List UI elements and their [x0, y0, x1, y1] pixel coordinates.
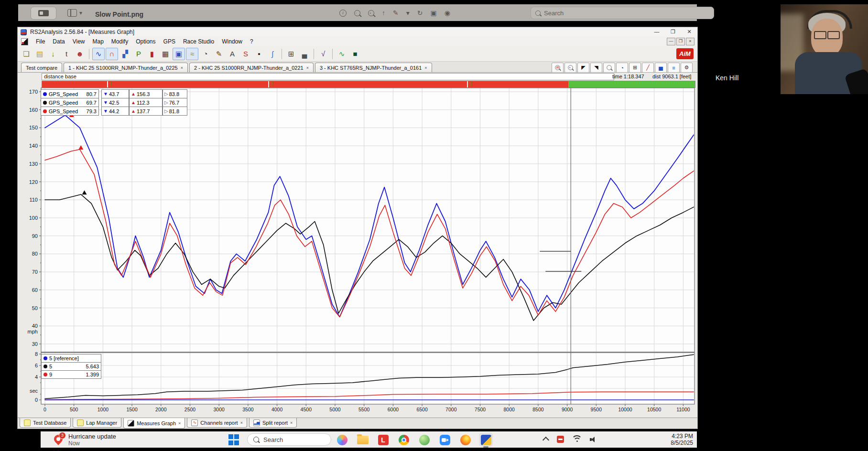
print-icon[interactable]: ▄	[298, 48, 311, 60]
time-gauge-icon[interactable]: ◔	[199, 48, 212, 60]
ps-analysis-icon[interactable]: P	[132, 48, 145, 60]
legend-channel-cell[interactable]: GPS_Speed80.7	[41, 89, 99, 98]
search-field[interactable]: Search	[531, 7, 714, 19]
minimize-button[interactable]: —	[649, 27, 665, 37]
test-type-icon[interactable]: t	[60, 48, 73, 60]
workspace-tab-lap-manager[interactable]: Lap Manager	[73, 418, 121, 428]
zoom-app-icon[interactable]	[438, 433, 452, 447]
device-icon[interactable]: ▪	[253, 48, 265, 60]
tab-close-icon[interactable]: ×	[306, 65, 309, 70]
maximize-button[interactable]: ❐	[665, 27, 681, 37]
mdi-close-button[interactable]: ×	[686, 38, 694, 45]
workspace-tab-split-report[interactable]: ▂▅Split report×	[249, 418, 297, 428]
legend-channel-cell[interactable]: GPS_Speed69.7	[41, 98, 99, 107]
tray-expand-icon[interactable]	[542, 437, 549, 443]
menu-?[interactable]: ?	[246, 37, 257, 46]
pen-tool-icon[interactable]: ✎	[213, 48, 225, 60]
menu-options[interactable]: Options	[132, 37, 159, 46]
menu-window[interactable]: Window	[218, 37, 246, 46]
start-button[interactable]	[228, 434, 239, 445]
crop-icon[interactable]: ▣	[431, 7, 437, 19]
volume-icon[interactable]	[590, 437, 597, 442]
signal-icon[interactable]: ∿	[336, 48, 348, 60]
sphere-app-icon[interactable]	[417, 433, 431, 447]
workspace-tab-channels-report[interactable]: ∿Channels report×	[187, 418, 247, 428]
zoom-in-icon[interactable]: +	[368, 10, 374, 16]
tab-close-icon[interactable]: ×	[290, 420, 293, 425]
gap-legend-cell[interactable]: 91.399	[41, 370, 101, 379]
report-preview-icon[interactable]: ⊞	[285, 48, 297, 60]
report-columns-icon[interactable]: ▮	[146, 48, 158, 60]
copilot-icon[interactable]	[335, 433, 349, 447]
tray-app-icon[interactable]	[557, 436, 564, 443]
legend-channel-cell[interactable]: GPS_Speed79.3	[41, 107, 99, 116]
base-mode-field[interactable]: distance base	[42, 73, 614, 80]
gallery-view-button[interactable]	[31, 7, 56, 20]
info-icon[interactable]: i	[339, 10, 347, 17]
clone-window-icon[interactable]: ❏	[20, 48, 33, 60]
menu-gps[interactable]: GPS	[160, 37, 179, 46]
taskbar-clock[interactable]: 4:23 PM 8/5/2025	[671, 433, 693, 446]
gap-legend-cell[interactable]: 5 [reference]	[41, 354, 101, 363]
zoom-2d-icon[interactable]: 2D	[552, 63, 564, 73]
mdi-restore-button[interactable]: ❐	[676, 38, 685, 45]
markup-pencil-icon[interactable]: ✎	[393, 7, 399, 19]
rs2analysis-icon[interactable]	[479, 433, 493, 447]
doc-tab-3[interactable]: 3 - KHC ST765RS_NJMP-Thunder_a_0161×	[315, 63, 432, 72]
menu-modify[interactable]: Modify	[108, 37, 132, 46]
share-icon[interactable]: ↑	[382, 7, 385, 19]
doc-tab-1[interactable]: 1 - KHC 25 S1000RR_NJMP-Thunder_a_0225×	[64, 63, 188, 72]
mdi-minimize-button[interactable]: —	[667, 38, 675, 45]
settings-wrench-icon[interactable]: ⚙	[681, 63, 693, 73]
menu-map[interactable]: Map	[89, 37, 108, 46]
prev-lap-cursor-icon[interactable]: ◤	[577, 63, 589, 73]
open-folder-icon[interactable]: ▤	[33, 48, 46, 60]
grid-icon[interactable]: ⊞	[629, 63, 641, 73]
font-size-icon[interactable]: A	[226, 48, 239, 60]
doc-tab-2[interactable]: 2 - KHC 25 S1000RR_NJMP-Thunder_a_0221×	[189, 63, 314, 72]
math-channel-icon[interactable]: √	[317, 48, 329, 60]
tab-close-icon[interactable]: ×	[424, 65, 427, 70]
taskbar-search[interactable]: Search	[247, 433, 331, 446]
tab-close-icon[interactable]: ×	[178, 421, 181, 426]
measures-window-icon[interactable]: ▣	[173, 48, 185, 60]
channels-sheet-icon[interactable]: ▦	[159, 48, 172, 60]
wifi-icon[interactable]	[573, 436, 581, 442]
menu-data[interactable]: Data	[49, 37, 68, 46]
next-lap-cursor-icon[interactable]: ◥	[590, 63, 602, 73]
zoom-in-icon[interactable]: +	[564, 63, 576, 73]
time-pie-icon[interactable]: ◔	[616, 63, 628, 73]
menu-race-studio[interactable]: Race Studio	[179, 37, 218, 46]
histogram-icon[interactable]: ∩	[106, 48, 118, 60]
measures-graph-plot[interactable]: 0500100015002000250030003500400045005000…	[24, 86, 698, 421]
menu-file[interactable]: File	[32, 37, 49, 46]
histogram-blue-icon[interactable]: ▅	[655, 63, 667, 73]
tab-close-icon[interactable]: ×	[181, 65, 183, 70]
zoom-cursor-icon[interactable]	[603, 63, 615, 73]
rotate-left-icon[interactable]: ↻	[417, 7, 423, 19]
gps-window-icon[interactable]: ≈	[186, 48, 198, 60]
chevron-down-icon[interactable]: ▾	[406, 7, 410, 19]
chrome-icon[interactable]	[397, 433, 411, 447]
doc-tab-0[interactable]: Test compare	[21, 63, 62, 72]
chevron-down-icon[interactable]: ▾	[79, 10, 82, 16]
menu-view[interactable]: View	[69, 37, 89, 46]
l-app-icon[interactable]: L	[376, 433, 390, 447]
measures-graph-icon[interactable]: ∿	[92, 48, 105, 60]
tab-close-icon[interactable]: ×	[240, 420, 243, 425]
close-button[interactable]: ✕	[681, 27, 697, 37]
signature-icon[interactable]: ◉	[445, 7, 450, 19]
workspace-tab-measures-graph[interactable]: Measures Graph×	[123, 418, 185, 429]
drivers-icon[interactable]: ☻	[74, 48, 86, 60]
folder-icon[interactable]	[356, 433, 369, 447]
video-panel-icon[interactable]: ■	[349, 48, 361, 60]
workspace-tab-test-database[interactable]: Test Database	[20, 418, 71, 428]
slope-icon[interactable]: ╱	[642, 63, 654, 73]
sidebar-toggle-icon[interactable]	[67, 9, 77, 17]
list-icon[interactable]: ≡	[668, 63, 680, 73]
zoom-out-icon[interactable]: -	[354, 10, 360, 16]
track-path-icon[interactable]: ∫	[266, 48, 279, 60]
track-map-icon[interactable]: S	[239, 48, 252, 60]
firefox-icon[interactable]	[458, 433, 472, 447]
import-data-icon[interactable]: ↓	[47, 48, 59, 60]
